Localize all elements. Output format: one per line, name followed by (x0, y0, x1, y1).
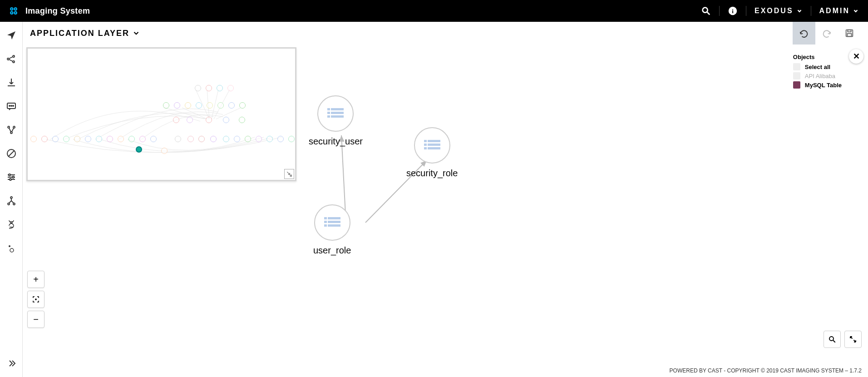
download-icon[interactable] (6, 77, 17, 88)
divider (811, 6, 811, 16)
svg-rect-34 (327, 112, 330, 114)
legend-item-api-alibaba[interactable]: API Alibaba (793, 72, 842, 79)
minimap[interactable] (26, 47, 296, 181)
minimap-collapse-icon[interactable] (284, 169, 294, 179)
svg-point-0 (10, 8, 13, 10)
svg-point-16 (10, 132, 12, 134)
redo-button[interactable] (815, 22, 838, 45)
info-icon[interactable]: i (728, 6, 738, 16)
svg-rect-49 (328, 224, 340, 227)
svg-rect-28 (847, 34, 851, 36)
svg-rect-44 (324, 217, 327, 219)
svg-point-13 (13, 105, 14, 106)
left-rail (0, 22, 23, 377)
zoom-out-button[interactable]: − (27, 311, 44, 328)
svg-point-14 (8, 126, 10, 128)
graph-node-security-user[interactable]: security_user (309, 95, 363, 147)
svg-point-50 (35, 299, 36, 300)
svg-rect-47 (328, 221, 340, 223)
svg-point-1 (15, 8, 17, 10)
undo-button[interactable] (793, 22, 815, 45)
svg-point-25 (10, 248, 14, 252)
svg-point-12 (11, 105, 12, 106)
toolbar (793, 22, 861, 45)
svg-rect-42 (424, 147, 427, 149)
svg-point-23 (13, 203, 15, 205)
app-title: Imaging System (25, 6, 90, 16)
svg-rect-38 (424, 140, 427, 142)
svg-point-2 (10, 12, 13, 14)
svg-rect-46 (324, 221, 327, 223)
zoom-in-button[interactable]: + (27, 271, 44, 288)
header-right: i EXODUS ADMIN (701, 6, 859, 16)
header: Imaging System i EXODUS ADMIN (0, 0, 868, 22)
legend-item-mysql-table[interactable]: MySQL Table (793, 81, 842, 89)
legend-panel: ✕ Objects Select all API Alibaba MySQL T… (793, 51, 862, 90)
cast-logo-icon[interactable] (9, 6, 18, 15)
header-left: Imaging System (9, 6, 90, 16)
svg-point-19 (12, 176, 14, 178)
sliders-icon[interactable] (6, 172, 17, 183)
search-icon[interactable] (701, 6, 711, 16)
svg-point-15 (13, 126, 15, 128)
navigate-icon[interactable] (6, 30, 17, 41)
table-icon (324, 217, 340, 228)
legend-select-all-label: Select all (805, 64, 830, 70)
legend-item-label: API Alibaba (805, 73, 835, 79)
node-circle (414, 127, 450, 164)
legend-select-all[interactable]: Select all (793, 63, 842, 70)
svg-point-22 (8, 203, 10, 205)
svg-rect-33 (331, 108, 344, 110)
expand-rail-icon[interactable] (6, 358, 17, 369)
node-label: security_user (309, 136, 363, 147)
legend-item-label: MySQL Table (805, 82, 842, 89)
svg-point-21 (10, 197, 12, 198)
graph-node-user-role[interactable]: user_role (313, 204, 351, 256)
dna-icon[interactable] (6, 219, 17, 230)
share-icon[interactable] (6, 54, 17, 64)
minimap-edges (28, 49, 295, 180)
legend-title: Objects (793, 54, 842, 60)
node-circle (314, 204, 350, 241)
svg-rect-36 (327, 115, 330, 118)
footer-text: POWERED BY CAST - COPYRIGHT © 2019 CAST … (670, 367, 862, 374)
prohibit-icon[interactable] (6, 148, 17, 159)
table-icon (327, 108, 344, 119)
svg-rect-41 (428, 144, 440, 146)
svg-rect-35 (331, 112, 344, 114)
svg-rect-29 (290, 175, 291, 176)
svg-point-3 (15, 12, 17, 14)
svg-point-20 (10, 179, 11, 180)
merge-icon[interactable] (6, 124, 17, 135)
svg-rect-48 (324, 224, 327, 227)
svg-point-24 (9, 245, 10, 247)
breadcrumb-dropdown[interactable]: APPLICATION LAYER (30, 29, 140, 38)
svg-point-11 (9, 105, 10, 106)
svg-rect-32 (327, 108, 330, 110)
svg-rect-37 (331, 115, 344, 118)
search-graph-button[interactable] (824, 331, 841, 348)
project-dropdown[interactable]: EXODUS (755, 7, 803, 15)
toggle-icon[interactable] (6, 243, 17, 253)
zoom-controls: + − (27, 271, 44, 328)
graph-node-security-role[interactable]: security_role (406, 127, 458, 179)
table-icon (424, 140, 440, 151)
svg-point-8 (13, 55, 15, 57)
user-dropdown[interactable]: ADMIN (819, 7, 859, 15)
svg-rect-39 (428, 140, 440, 142)
node-label: user_role (313, 245, 351, 256)
comment-icon[interactable] (6, 101, 17, 112)
svg-text:i: i (732, 8, 734, 15)
graph-canvas[interactable]: security_user security_role user_role ✕ … (23, 45, 868, 364)
bottom-right-controls (824, 331, 862, 348)
zoom-fit-button[interactable] (27, 291, 44, 308)
close-icon[interactable]: ✕ (849, 49, 863, 64)
svg-point-4 (703, 8, 708, 13)
fullscreen-button[interactable] (844, 331, 862, 348)
hierarchy-icon[interactable] (6, 195, 17, 206)
divider (719, 6, 720, 16)
save-button[interactable] (838, 22, 861, 45)
footer: POWERED BY CAST - COPYRIGHT © 2019 CAST … (23, 364, 868, 377)
subheader: APPLICATION LAYER (23, 22, 868, 45)
node-circle (317, 95, 354, 132)
